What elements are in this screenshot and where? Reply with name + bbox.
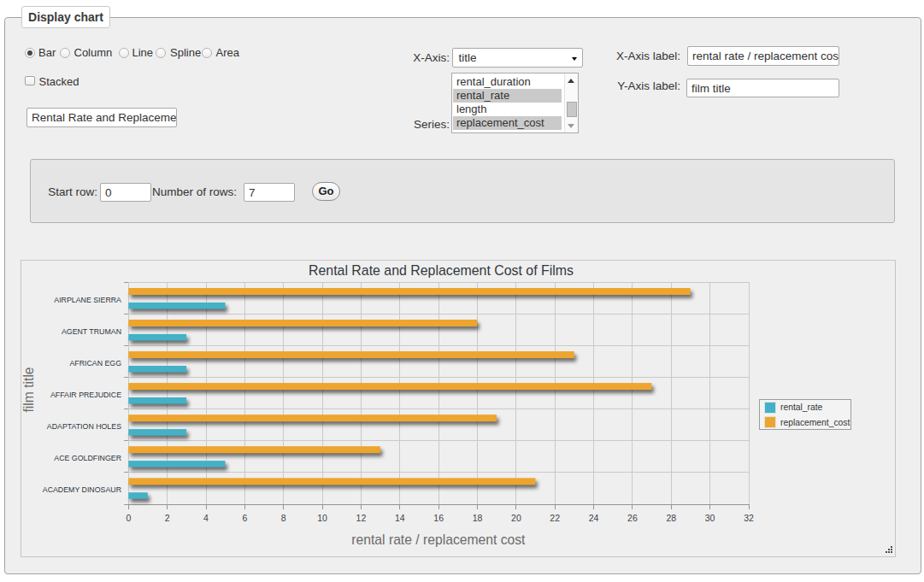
svg-text:2: 2 (165, 513, 170, 523)
svg-text:24: 24 (589, 513, 599, 523)
svg-text:10: 10 (317, 513, 327, 523)
svg-text:Rental Rate and Replacement Co: Rental Rate and Replacement Cost of Film… (309, 263, 574, 278)
svg-text:AIRPLANE SIERRA: AIRPLANE SIERRA (54, 296, 121, 304)
svg-text:22: 22 (550, 513, 560, 523)
svg-text:28: 28 (666, 513, 676, 523)
svg-text:32: 32 (744, 513, 754, 523)
svg-text:AFRICAN EGG: AFRICAN EGG (69, 359, 121, 367)
svg-text:rental_rate: rental_rate (780, 403, 823, 412)
svg-text:ADAPTATION HOLES: ADAPTATION HOLES (47, 422, 121, 431)
svg-text:6: 6 (242, 513, 247, 523)
svg-text:rental rate / replacement cost: rental rate / replacement cost (351, 532, 526, 547)
svg-text:14: 14 (395, 513, 405, 523)
svg-text:ACE GOLDFINGER: ACE GOLDFINGER (54, 454, 121, 462)
svg-text:ACADEMY DINOSAUR: ACADEMY DINOSAUR (43, 485, 121, 494)
svg-text:0: 0 (127, 513, 132, 523)
svg-text:AGENT TRUMAN: AGENT TRUMAN (62, 327, 121, 336)
svg-text:4: 4 (203, 513, 209, 523)
svg-text:replacement_cost: replacement_cost (780, 418, 850, 427)
svg-text:AFFAIR PREJUDICE: AFFAIR PREJUDICE (50, 391, 121, 399)
svg-text:30: 30 (705, 513, 715, 523)
svg-text:16: 16 (433, 513, 444, 523)
svg-text:film title: film title (21, 367, 36, 412)
svg-text:12: 12 (356, 513, 367, 523)
svg-text:18: 18 (473, 513, 483, 523)
svg-text:8: 8 (281, 513, 286, 523)
svg-text:26: 26 (627, 513, 638, 523)
svg-text:20: 20 (511, 513, 521, 523)
